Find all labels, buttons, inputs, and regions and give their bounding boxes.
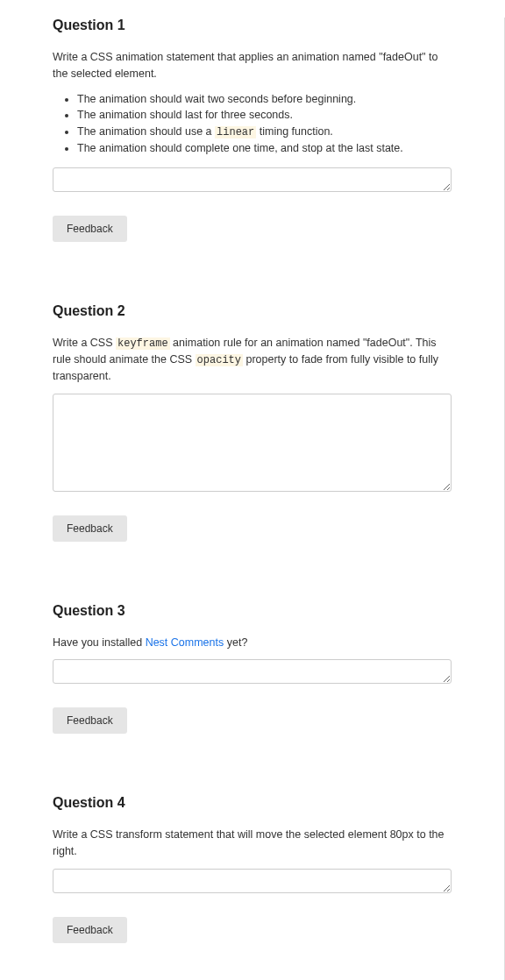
question-title: Question 4 [53, 795, 452, 811]
question-bullet-list: The animation should wait two seconds be… [53, 91, 452, 157]
question-prompt: Have you installed Nest Comments yet? [53, 635, 452, 651]
question-3: Question 3 Have you installed Nest Comme… [53, 603, 452, 735]
question-title: Question 1 [53, 18, 452, 33]
question-1: Question 1 Write a CSS animation stateme… [53, 18, 452, 242]
inline-code: keyframe [116, 337, 170, 350]
question-title: Question 3 [53, 603, 452, 619]
list-item: The animation should complete one time, … [77, 140, 452, 157]
answer-input[interactable] [53, 869, 452, 893]
list-item: The animation should last for three seco… [77, 107, 452, 124]
question-title: Question 2 [53, 303, 452, 319]
feedback-button[interactable]: Feedback [53, 216, 127, 242]
list-item: The animation should wait two seconds be… [77, 91, 452, 108]
list-item: The animation should use a linear timing… [77, 124, 452, 140]
question-2: Question 2 Write a CSS keyframe animatio… [53, 303, 452, 542]
nest-comments-link[interactable]: Nest Comments [146, 636, 224, 649]
question-4: Question 4 Write a CSS transform stateme… [53, 795, 452, 943]
question-prompt: Write a CSS transform statement that wil… [53, 827, 452, 860]
answer-input[interactable] [53, 167, 452, 192]
feedback-button[interactable]: Feedback [53, 707, 127, 734]
feedback-button[interactable]: Feedback [53, 515, 127, 542]
inline-code: opacity [196, 354, 243, 366]
question-prompt: Write a CSS animation statement that app… [53, 49, 452, 82]
answer-input[interactable] [53, 659, 452, 684]
question-prompt: Write a CSS keyframe animation rule for … [53, 335, 452, 385]
page-container: Question 1 Write a CSS animation stateme… [0, 18, 505, 980]
answer-input[interactable] [53, 394, 452, 492]
feedback-button[interactable]: Feedback [53, 917, 127, 943]
inline-code: linear [215, 126, 256, 138]
